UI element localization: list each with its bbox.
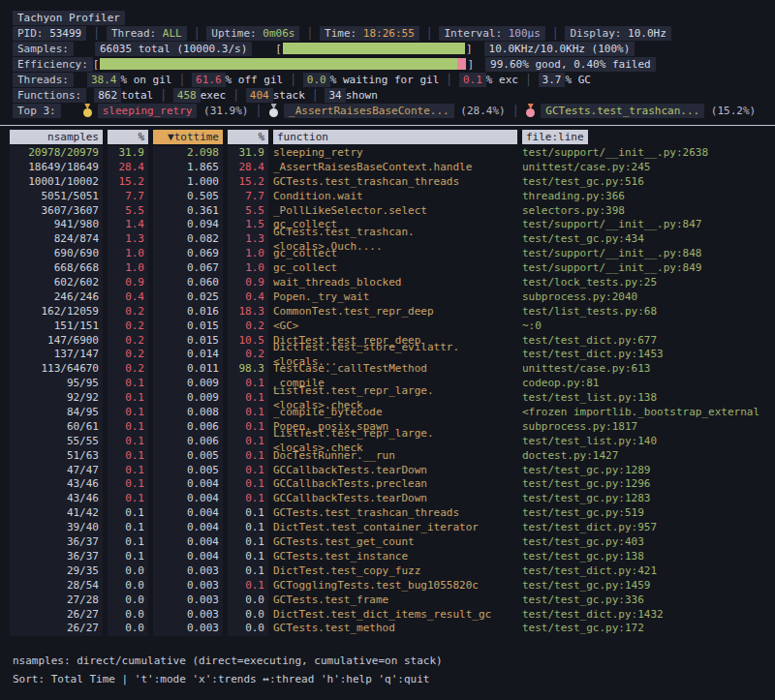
- cell-direct-pct: 0.1: [108, 535, 148, 550]
- cell-tottime: 0.004: [153, 535, 223, 550]
- col-header-fileline[interactable]: file:line: [522, 130, 588, 144]
- table-row[interactable]: 43/460.10.0040.1GCCallbackTests.preclean…: [0, 477, 775, 492]
- col-header-function[interactable]: function: [273, 130, 517, 144]
- cell-nsamples: 28/54: [10, 579, 103, 593]
- cell-tottime: 0.004: [153, 550, 223, 564]
- thread-label: Thread:: [111, 27, 156, 40]
- cell-nsamples: 51/63: [10, 449, 103, 464]
- table-header: nsamples % ▼tottime % function file:line: [0, 129, 775, 144]
- table-row[interactable]: 47/470.10.0050.1GCCallbackTests.tearDown…: [0, 464, 775, 478]
- cell-direct-pct: 31.9: [108, 146, 148, 161]
- table-row[interactable]: 20978/2097931.92.09831.9sleeping_retryte…: [0, 146, 775, 161]
- cell-cum-pct: 0.4: [228, 290, 268, 305]
- uptime-value: 0m06s: [263, 27, 294, 40]
- cell-cum-pct: 28.4: [228, 161, 268, 175]
- table-row[interactable]: 36/370.10.0040.1GCTests.test_instancetes…: [0, 550, 775, 564]
- cell-function: GCCallbackTests.tearDown: [273, 464, 517, 478]
- cell-fileline: test/test_dict.py:1453: [522, 348, 771, 362]
- cell-tottime: 0.011: [153, 362, 223, 377]
- top3-item-1-pct: (31.9%): [197, 105, 248, 117]
- cell-nsamples: 151/151: [10, 320, 103, 334]
- table-row[interactable]: 162/120590.20.01618.3CommonTest.test_rep…: [0, 305, 775, 320]
- waiting-gil-unit: % waiting for gil: [330, 74, 440, 86]
- table-row[interactable]: 602/6020.90.0600.9wait_threads_blockedte…: [0, 276, 775, 290]
- cell-direct-pct: 0.2: [108, 334, 148, 349]
- separator: │: [86, 27, 107, 40]
- cell-cum-pct: 0.1: [228, 477, 268, 492]
- cell-fileline: doctest.py:1427: [522, 449, 771, 464]
- separator: │: [171, 74, 192, 86]
- cell-tottime: 1.865: [153, 161, 223, 175]
- table-row[interactable]: 51/630.10.0050.1DocTestRunner.__rundocte…: [0, 449, 775, 464]
- cell-cum-pct: 1.5: [228, 218, 268, 232]
- cell-cum-pct: 1.3: [228, 232, 268, 247]
- cell-fileline: test/test_gc.py:434: [522, 232, 771, 247]
- cell-fileline: test/test_list.py:140: [522, 435, 771, 449]
- cell-tottime: 0.014: [153, 348, 223, 362]
- col-header-cum-pct[interactable]: %: [228, 130, 268, 144]
- cell-nsamples: 668/668: [10, 261, 103, 276]
- cell-direct-pct: 0.9: [108, 276, 148, 290]
- cell-tottime: 0.005: [153, 449, 223, 464]
- col-header-tottime-sorted[interactable]: ▼tottime: [153, 130, 223, 144]
- cell-direct-pct: 0.0: [108, 579, 148, 593]
- table-row[interactable]: 43/460.10.0040.1GCCallbackTests.tearDown…: [0, 492, 775, 506]
- top3-item-3-name: GCTests.test_trashcan...: [541, 104, 704, 118]
- cell-cum-pct: 0.1: [228, 521, 268, 535]
- samples-rate: 10.0KHz/10.0KHz (100%): [484, 42, 636, 56]
- table-row[interactable]: 92/920.10.0090.1ListTest.test_repr_large…: [0, 391, 775, 406]
- efficiency-bar-failed: [457, 58, 467, 70]
- cell-fileline: test/test_gc.py:336: [522, 593, 771, 608]
- cell-fileline: test/list_tests.py:68: [522, 305, 771, 320]
- table-row[interactable]: 26/270.00.0030.0DictTest.test_dict_items…: [0, 608, 775, 623]
- functions-total-unit: total: [121, 89, 153, 102]
- cell-fileline: unittest/case.py:613: [522, 362, 771, 377]
- cell-nsamples: 26/27: [10, 608, 103, 623]
- cell-function: _PollLikeSelector.select: [273, 204, 517, 219]
- samples-rate-bar: [283, 43, 465, 54]
- col-header-direct-pct[interactable]: %: [108, 130, 148, 144]
- table-row[interactable]: 55/550.10.0060.1ListTest.test_repr_large…: [0, 435, 775, 449]
- thread-segment[interactable]: Thread: ALL: [107, 26, 187, 41]
- pid-segment: PID: 53499: [13, 26, 86, 41]
- table-row[interactable]: 36/370.10.0040.1GCTests.test_get_countte…: [0, 535, 775, 550]
- table-row[interactable]: 39/400.10.0040.1DictTest.test_container_…: [0, 521, 775, 535]
- cell-direct-pct: 0.1: [108, 506, 148, 521]
- table-row[interactable]: 668/6681.00.0671.0gc_collecttest/support…: [0, 261, 775, 276]
- table-row[interactable]: 246/2460.40.0250.4Popen._try_waitsubproc…: [0, 290, 775, 305]
- cell-direct-pct: 0.1: [108, 406, 148, 420]
- table-row[interactable]: 690/6901.00.0691.0gc_collecttest/support…: [0, 247, 775, 261]
- cell-tottime: 0.003: [153, 579, 223, 593]
- cell-direct-pct: 1.3: [108, 232, 148, 247]
- table-row[interactable]: 41/420.10.0040.1GCTests.test_trashcan_th…: [0, 506, 775, 521]
- cell-nsamples: 27/28: [10, 593, 103, 608]
- table-row[interactable]: 10001/1000215.21.00015.2GCTests.test_tra…: [0, 175, 775, 190]
- col-header-nsamples[interactable]: nsamples: [10, 130, 103, 144]
- gold-medal-icon: [82, 104, 93, 117]
- cell-cum-pct: 1.0: [228, 247, 268, 261]
- table-row[interactable]: 28/540.00.0030.1GCTogglingTests.test_bug…: [0, 579, 775, 593]
- cell-nsamples: 5051/5051: [10, 190, 103, 204]
- table-row[interactable]: 18649/1864928.41.86528.4_AssertRaisesBas…: [0, 161, 775, 175]
- cell-cum-pct: 0.1: [228, 377, 268, 391]
- table-row[interactable]: 3607/36075.50.3615.5_PollLikeSelector.se…: [0, 204, 775, 219]
- table-row[interactable]: 113/646700.20.01198.3TestCase._callTestM…: [0, 362, 775, 377]
- cell-function: GCTests.test_get_count: [273, 535, 517, 550]
- cell-tottime: 0.505: [153, 190, 223, 204]
- table-row[interactable]: 5051/50517.70.5057.7Condition.waitthread…: [0, 190, 775, 204]
- cell-fileline: subprocess.py:1817: [522, 420, 771, 435]
- table-row[interactable]: 27/280.00.0030.0GCTests.test_frametest/t…: [0, 593, 775, 608]
- table-row[interactable]: 137/1470.20.0140.2DictTest.test_store_ev…: [0, 348, 775, 362]
- table-row[interactable]: 26/270.00.0030.0GCTests.test_methodtest/…: [0, 622, 775, 636]
- cell-direct-pct: 0.2: [108, 362, 148, 377]
- table-row[interactable]: 151/1510.20.0150.2<GC>~:0: [0, 320, 775, 334]
- cell-direct-pct: 0.1: [108, 477, 148, 492]
- separator: │: [305, 89, 326, 102]
- cell-fileline: test/test_gc.py:1459: [522, 579, 771, 593]
- cell-tottime: 0.060: [153, 276, 223, 290]
- table-row[interactable]: 824/8741.30.0821.3GCTests.test_trashcan.…: [0, 232, 775, 247]
- footer-keybindings: Sort: Total Time | 't':mode 'x':trends ↔…: [13, 670, 775, 688]
- cell-fileline: test/test_dict.py:1432: [522, 608, 771, 623]
- table-row[interactable]: 29/350.00.0030.1DictTest.test_copy_fuzzt…: [0, 564, 775, 579]
- table-row[interactable]: 84/950.10.0080.1_compile_bytecode<frozen…: [0, 406, 775, 420]
